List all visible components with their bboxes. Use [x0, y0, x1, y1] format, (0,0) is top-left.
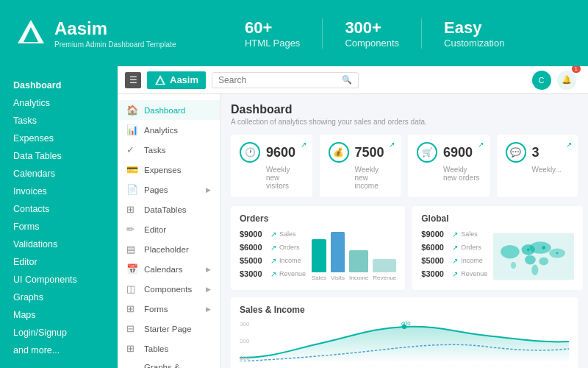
left-nav-datatables[interactable]: Data Tables [0, 147, 118, 165]
sidebar-item-editor[interactable]: ✏ Editor [118, 219, 220, 239]
global-sales-trend-icon: ↗ [452, 230, 458, 238]
left-nav-forms[interactable]: Forms [0, 218, 118, 236]
sidebar-item-starter[interactable]: ⊟ Starter Page [118, 319, 220, 339]
chevron-right-icon-2: ▶ [206, 266, 211, 273]
sales-chart-svg: 400 [240, 321, 569, 361]
orders-stat-label: Orders [279, 244, 300, 251]
left-nav-more[interactable]: and more... [0, 342, 118, 359]
user-icon[interactable]: C [532, 71, 551, 90]
visitors-icon: 🕐 [240, 142, 260, 163]
notification-badge: 1 [572, 66, 581, 73]
sidebar-label-tasks: Tasks [144, 146, 165, 155]
inner-brand-name: Aasim [170, 74, 198, 85]
editor-icon: ✏ [126, 224, 138, 235]
income-link-icon[interactable]: ↗ [389, 141, 395, 149]
bar-visits-fill [331, 232, 345, 272]
orders-panel-title: Orders [240, 213, 396, 224]
revenue-stat-label: Revenue [279, 270, 306, 277]
sidebar-toggle[interactable]: ☰ [125, 72, 141, 88]
left-nav-calendars[interactable]: Calendars [0, 165, 118, 183]
feature-customization: Easy Customization [422, 18, 526, 49]
orders-link-icon[interactable]: ↗ [478, 141, 484, 149]
sidebar-label-placeholder: Placeholder [144, 245, 189, 254]
sidebar-item-forms[interactable]: ⊞ Forms ▶ [118, 299, 220, 319]
order-stat-sales: $9000 ↗ Sales [240, 230, 306, 238]
sidebar-label-starter: Starter Page [144, 325, 192, 333]
feature-number-2: 300+ [345, 18, 399, 38]
search-bar[interactable]: 🔍 [212, 72, 359, 88]
expenses-icon: 💳 [126, 164, 138, 175]
left-nav-invoices[interactable]: Invoices [0, 183, 118, 200]
messages-icon: 💬 [506, 142, 526, 163]
stat-cards: 🕐 9600 Weekly new visitors ↗ 💰 7500 Week… [231, 135, 578, 197]
feature-label-3: Customization [444, 38, 504, 49]
logo-area: Aasim Premium Admin Dashboard Template [15, 17, 176, 49]
starter-icon: ⊟ [126, 323, 138, 334]
sidebar-label-components: Components [144, 285, 192, 294]
inner-logo: Aasim [147, 71, 206, 89]
brand-subtitle: Premium Admin Dashboard Template [54, 40, 176, 49]
left-nav-tasks[interactable]: Tasks [0, 112, 118, 130]
sidebar-item-analytics[interactable]: 📊 Analytics [118, 120, 220, 140]
content-panel: Dashboard A collection of analytics show… [220, 94, 588, 368]
sales-value: $9000 [240, 230, 268, 238]
stat-card-messages: 💬 3 Weekly... ↗ [497, 135, 578, 197]
sidebar-item-calendars[interactable]: 📅 Calendars ▶ [118, 259, 220, 279]
sidebar-item-expenses[interactable]: 💳 Expenses [118, 160, 220, 180]
sidebar-item-tasks[interactable]: ✓ Tasks [118, 140, 220, 160]
top-banner: Aasim Premium Admin Dashboard Template 6… [0, 0, 588, 66]
bar-revenue-label: Revenue [373, 275, 396, 281]
svg-point-10 [539, 257, 549, 265]
left-nav-analytics[interactable]: Analytics [0, 94, 118, 112]
order-stat-orders: $6000 ↗ Orders [240, 243, 306, 252]
sidebar-item-dashboard[interactable]: 🏠 Dashboard [118, 100, 220, 120]
stat-card-orders: 🛒 6900 Weekly new orders ↗ [408, 135, 490, 197]
bottom-panels: Orders $9000 ↗ Sales $6000 ↗ [231, 206, 578, 290]
svg-point-11 [532, 264, 539, 275]
sidebar-item-components[interactable]: ◫ Components ▶ [118, 279, 220, 299]
left-nav-expenses[interactable]: Expenses [0, 130, 118, 147]
left-nav-editor[interactable]: Editor [0, 253, 118, 271]
chevron-right-icon: ▶ [206, 186, 211, 194]
sidebar-label-expenses: Expenses [144, 166, 182, 174]
visitors-number: 9600 [266, 145, 295, 160]
global-orders-trend-icon: ↗ [452, 244, 458, 252]
svg-point-15 [556, 252, 559, 254]
svg-point-5 [501, 244, 520, 258]
banner-features: 60+ HTML Pages 300+ Components Easy Cust… [176, 18, 573, 49]
sales-label: Sales [279, 230, 296, 238]
notification-icon[interactable]: 🔔 [557, 71, 576, 90]
bar-sales: Sales [312, 239, 326, 281]
messages-link-icon[interactable]: ↗ [566, 141, 572, 149]
stat-card-visitors: 🕐 9600 Weekly new visitors ↗ [231, 135, 312, 197]
messages-label: Weekly... [532, 166, 570, 174]
search-input[interactable] [218, 75, 342, 85]
sidebar-item-graphs-maps[interactable]: 🗺 Graphs & Maps ▶ [118, 358, 220, 368]
feature-components: 300+ Components [323, 18, 422, 49]
svg-text:400: 400 [401, 321, 411, 327]
global-orders-value: $6000 [421, 243, 449, 252]
left-nav-login[interactable]: Login/Signup [0, 324, 118, 342]
bar-visits: Visits [331, 232, 345, 281]
left-nav-dashboard[interactable]: Dashboard [0, 77, 118, 94]
left-nav-contacts[interactable]: Contacts [0, 200, 118, 218]
inner-layout: 🏠 Dashboard 📊 Analytics ✓ Tasks 💳 Expens… [118, 94, 588, 368]
global-stat-sales: $9000 ↗ Sales [421, 230, 487, 238]
left-nav-maps[interactable]: Maps [0, 306, 118, 324]
sidebar-item-placeholder[interactable]: ▤ Placeholder [118, 239, 220, 259]
sidebar-item-tables[interactable]: ⊞ Tables [118, 339, 220, 358]
bar-visits-label: Visits [331, 275, 345, 281]
messages-number: 3 [532, 145, 539, 160]
global-sales-value: $9000 [421, 230, 449, 238]
left-nav-graphs[interactable]: Graphs [0, 289, 118, 306]
bar-sales-fill [312, 239, 326, 272]
income-stat-label: Income [279, 257, 301, 264]
left-nav-validations[interactable]: Validations [0, 236, 118, 253]
sidebar-item-datatables[interactable]: ⊞ DataTables [118, 199, 220, 219]
placeholder-icon: ▤ [126, 244, 138, 255]
left-nav-ui-components[interactable]: UI Components [0, 271, 118, 289]
feature-label-2: Components [345, 38, 399, 49]
visitors-link-icon[interactable]: ↗ [301, 141, 306, 149]
income-trend-icon: ↗ [270, 257, 276, 265]
sidebar-item-pages[interactable]: 📄 Pages ▶ [118, 180, 220, 199]
